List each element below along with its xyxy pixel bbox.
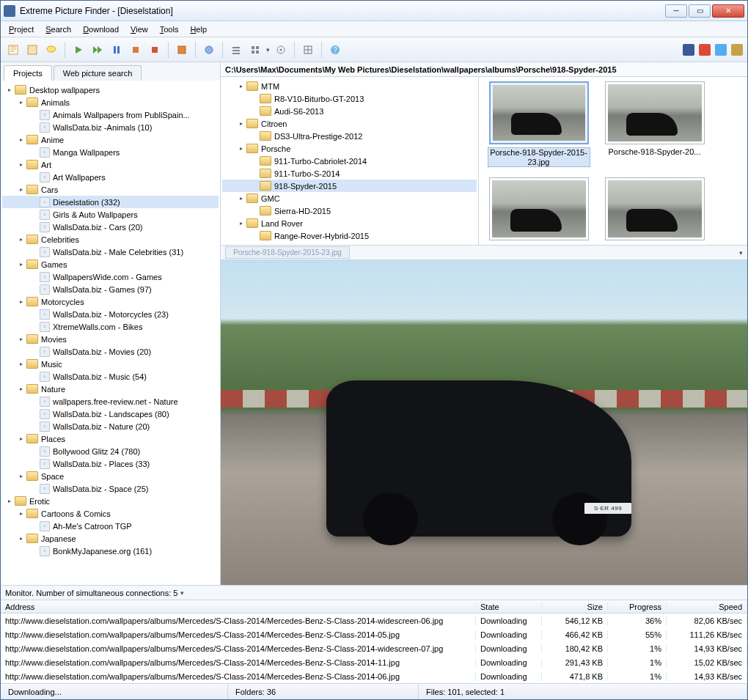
tree-node[interactable]: ▫WallpapersWide.com - Games bbox=[2, 270, 219, 283]
tree-node[interactable]: ▸Cartoons & Comics bbox=[2, 507, 219, 520]
globe-icon[interactable] bbox=[201, 42, 217, 58]
tree-node[interactable]: ▸Movies bbox=[2, 333, 219, 345]
tree-node[interactable]: ▸MTM bbox=[222, 80, 477, 92]
thumbnail-image[interactable] bbox=[605, 81, 705, 144]
expander-icon[interactable]: ▸ bbox=[17, 161, 25, 169]
tree-node[interactable]: ▫Dieselstation (332) bbox=[2, 196, 219, 208]
download-row[interactable]: http://www.dieselstation.com/wallpapers/… bbox=[1, 614, 747, 627]
col-address[interactable]: Address bbox=[1, 603, 476, 611]
tree-node[interactable]: ▫WallsData.biz - Landscapes (80) bbox=[2, 408, 219, 420]
tree-node[interactable]: ▸Motorcycles bbox=[2, 295, 219, 308]
save-icon[interactable] bbox=[174, 42, 190, 58]
target-icon[interactable] bbox=[273, 42, 289, 58]
tree-node[interactable]: ▸Citroen bbox=[222, 117, 477, 130]
tab-projects[interactable]: Projects bbox=[4, 65, 52, 81]
folder-tree[interactable]: ▸MTMR8-V10-Biturbo-GT-2013Audi-S6-2013▸C… bbox=[221, 77, 479, 245]
tree-node[interactable]: ▫Animals Wallpapers from PubliSpain... bbox=[2, 108, 219, 121]
tree-node[interactable]: ▸Places bbox=[2, 432, 219, 445]
tree-node[interactable]: ▫WallsData.biz - Music (54) bbox=[2, 370, 219, 383]
tree-node[interactable]: ▸Celebrities bbox=[2, 233, 219, 246]
col-speed[interactable]: Speed bbox=[667, 603, 747, 611]
close-button[interactable]: ✕ bbox=[712, 4, 744, 18]
properties-icon[interactable] bbox=[24, 42, 40, 58]
facebook-icon[interactable] bbox=[683, 44, 694, 56]
tree-node[interactable]: ▫Ah-Me's Catroon TGP bbox=[2, 520, 219, 532]
expander-icon[interactable]: ▸ bbox=[237, 219, 245, 227]
expander-icon[interactable]: ▸ bbox=[17, 335, 25, 343]
download-row[interactable]: http://www.dieselstation.com/wallpapers/… bbox=[1, 669, 747, 683]
expander-icon[interactable]: ▸ bbox=[17, 185, 25, 194]
expander-icon[interactable]: ▸ bbox=[237, 119, 245, 128]
expander-icon[interactable]: ▸ bbox=[17, 509, 25, 517]
thumbnail[interactable]: Porsche-918-Spyder-20... bbox=[602, 81, 708, 167]
expander-icon[interactable]: ▸ bbox=[237, 194, 245, 202]
misc-icon[interactable] bbox=[731, 44, 743, 56]
chevron-down-icon[interactable]: ▾ bbox=[739, 249, 743, 257]
tree-node[interactable]: ▫WallsData.biz - Nature (20) bbox=[2, 420, 219, 432]
tree-node[interactable]: Audi-S6-2013 bbox=[222, 105, 477, 117]
expander-icon[interactable]: ▸ bbox=[17, 472, 25, 480]
twitter-icon[interactable] bbox=[715, 44, 727, 56]
download-row[interactable]: http://www.dieselstation.com/wallpapers/… bbox=[1, 627, 747, 641]
tree-node[interactable]: ▫BonkMyJapanese.org (161) bbox=[2, 545, 219, 557]
tree-node[interactable]: ▫Girls & Auto Wallpapers bbox=[2, 208, 219, 221]
menu-search[interactable]: Search bbox=[40, 23, 76, 35]
tree-node[interactable]: ▸Erotic bbox=[2, 495, 219, 507]
thumbnail[interactable]: Porsche-918-Spyder-2015-23.jpg bbox=[486, 81, 592, 167]
thumbnail-image[interactable] bbox=[605, 177, 705, 240]
expander-icon[interactable]: ▸ bbox=[237, 82, 245, 90]
menu-view[interactable]: View bbox=[125, 23, 153, 35]
tree-node[interactable]: ▸Animals bbox=[2, 96, 219, 108]
thumbnail[interactable] bbox=[602, 177, 708, 245]
google-icon[interactable] bbox=[699, 44, 711, 56]
tree-node[interactable]: ▫Manga Wallpapers bbox=[2, 146, 219, 158]
thumbnail-image[interactable] bbox=[489, 177, 589, 240]
tree-node[interactable]: 918-Spyder-2015 bbox=[222, 180, 477, 192]
thumbnail-image[interactable] bbox=[489, 81, 589, 144]
tree-node[interactable]: ▸Anime bbox=[2, 133, 219, 146]
tree-node[interactable]: ▫WallsData.biz - Space (25) bbox=[2, 482, 219, 495]
tree-node[interactable]: ▫WallsData.biz -Animals (10) bbox=[2, 121, 219, 133]
maximize-button[interactable]: ▭ bbox=[689, 4, 711, 18]
col-progress[interactable]: Progress bbox=[608, 603, 667, 611]
tree-node[interactable]: ▸Nature bbox=[2, 383, 219, 395]
tree-node[interactable]: ▫WallsData.biz - Games (97) bbox=[2, 283, 219, 295]
tree-node[interactable]: ▫WallsData.biz - Male Celebrities (31) bbox=[2, 246, 219, 258]
tree-node[interactable]: Sierra-HD-2015 bbox=[222, 205, 477, 217]
expander-icon[interactable]: ▸ bbox=[5, 497, 13, 505]
tree-node[interactable]: ▸Desktop wallpapers bbox=[2, 84, 219, 96]
thumbnail[interactable]: Porsche-918-Spyder-20... bbox=[486, 177, 592, 245]
download-row[interactable]: http://www.dieselstation.com/wallpapers/… bbox=[1, 641, 747, 655]
tree-node[interactable]: ▸Art bbox=[2, 158, 219, 171]
tree-node[interactable]: ▫Art Wallpapers bbox=[2, 171, 219, 183]
project-tree[interactable]: ▸Desktop wallpapers▸Animals▫Animals Wall… bbox=[1, 81, 220, 585]
tree-node[interactable]: ▫WallsData.biz - Motorcycles (23) bbox=[2, 308, 219, 320]
comment-icon[interactable] bbox=[43, 42, 59, 58]
col-size[interactable]: Size bbox=[542, 603, 608, 611]
tree-node[interactable]: ▸Land Rover bbox=[222, 217, 477, 229]
tree-node[interactable]: ▸Games bbox=[2, 258, 219, 270]
menu-help[interactable]: Help bbox=[185, 23, 212, 35]
list-icon[interactable] bbox=[228, 42, 244, 58]
tree-node[interactable]: ▸Porsche bbox=[222, 142, 477, 155]
help-icon[interactable]: ? bbox=[327, 42, 343, 58]
preview-tab[interactable]: Porsche-918-Spyder-2015-23.jpg bbox=[225, 246, 350, 259]
expander-icon[interactable]: ▸ bbox=[17, 98, 25, 106]
stop-icon[interactable] bbox=[128, 42, 144, 58]
play-icon[interactable] bbox=[70, 42, 87, 58]
tree-node[interactable]: ▫WallsData.biz - Places (33) bbox=[2, 457, 219, 470]
col-state[interactable]: State bbox=[476, 603, 542, 611]
thumbnail-pane[interactable]: Porsche-918-Spyder-2015-23.jpgPorsche-91… bbox=[479, 77, 748, 245]
download-row[interactable]: http://www.dieselstation.com/wallpapers/… bbox=[1, 655, 747, 669]
tree-node[interactable]: ▫wallpapers.free-review.net - Nature bbox=[2, 395, 219, 408]
menu-project[interactable]: Project bbox=[4, 23, 39, 35]
tree-node[interactable]: ▫Bollywood Glitz 24 (780) bbox=[2, 445, 219, 457]
expander-icon[interactable]: ▸ bbox=[17, 298, 25, 306]
menu-download[interactable]: Download bbox=[78, 23, 124, 35]
thumbnails-icon[interactable] bbox=[247, 42, 263, 58]
menu-tools[interactable]: Tools bbox=[155, 23, 184, 35]
monitor-header[interactable]: Monitor. Number of simultaneous connecti… bbox=[1, 585, 747, 600]
expander-icon[interactable]: ▸ bbox=[17, 136, 25, 144]
play-all-icon[interactable] bbox=[89, 42, 106, 58]
tree-node[interactable]: ▸Space bbox=[2, 470, 219, 482]
